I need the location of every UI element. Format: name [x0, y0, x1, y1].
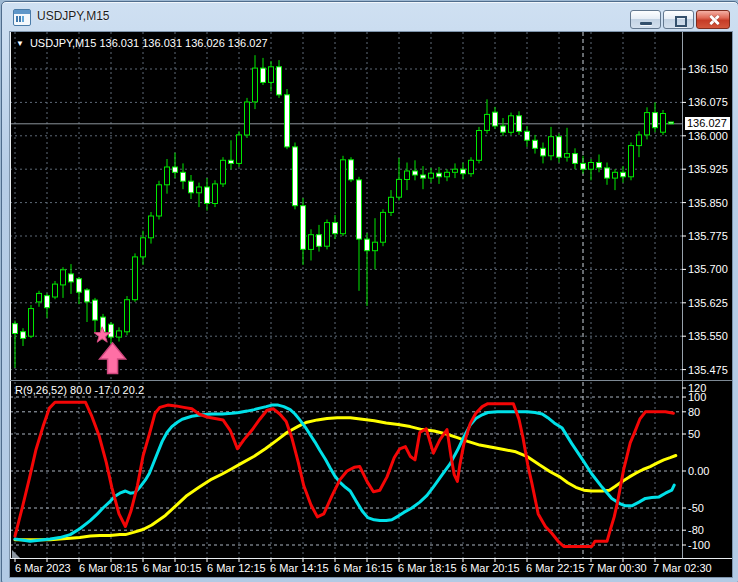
title-bar[interactable]: USDJPY,M15: [2, 2, 738, 31]
up-arrow-marker-icon: [100, 343, 126, 374]
price-axis-label: 135.850: [688, 197, 728, 209]
price-axis-label: 135.925: [688, 163, 728, 175]
time-axis-label: 6 Mar 20:15: [461, 562, 520, 574]
collapse-chevron-icon[interactable]: ▼: [16, 38, 24, 50]
oscillator-axis-label: -80: [688, 524, 704, 536]
oscillator-axis-label: -100: [688, 539, 710, 551]
price-axis-label: 136.150: [688, 63, 728, 75]
panel-resize-grip[interactable]: [12, 550, 21, 559]
price-axis-label: 135.775: [688, 230, 728, 242]
minimize-icon: [640, 22, 652, 25]
time-axis-label: 6 Mar 16:15: [334, 562, 393, 574]
oscillator-axis-label: 50: [688, 428, 700, 440]
chart-canvas[interactable]: [10, 32, 732, 577]
time-axis-label: 6 Mar 12:15: [207, 562, 266, 574]
time-axis-label: 6 Mar 14:15: [270, 562, 329, 574]
close-button[interactable]: [696, 10, 730, 29]
yellow-oscillator-line: [15, 418, 676, 540]
oscillator-axis-label: -50: [688, 502, 704, 514]
time-axis-label: 6 Mar 22:15: [526, 562, 585, 574]
chart-window: USDJPY,M15 ▼USDJPY,M15 136.031 136.031 1…: [1, 1, 738, 582]
price-axis-label: 135.550: [688, 330, 728, 342]
time-axis-label: 6 Mar 18:15: [398, 562, 457, 574]
current-price-box: 136.027: [685, 117, 730, 130]
red-oscillator-line: [15, 402, 673, 546]
price-axis-label: 135.625: [688, 297, 728, 309]
restore-button[interactable]: [663, 10, 694, 29]
time-axis-label: 7 Mar 02:30: [653, 562, 712, 574]
time-axis-label: 6 Mar 08:15: [79, 562, 138, 574]
minimize-button[interactable]: [630, 10, 661, 29]
star-marker-icon: [94, 327, 110, 342]
price-axis-label: 135.475: [688, 364, 728, 376]
chart-window-icon: [13, 9, 31, 26]
window-title: USDJPY,M15: [37, 9, 109, 23]
time-axis-label: 6 Mar 10:15: [143, 562, 202, 574]
price-axis-label: 136.000: [688, 130, 728, 142]
close-icon: [709, 15, 719, 25]
indicator-label: R(9,26,52) 80.0 -17.0 20.2: [15, 384, 144, 396]
oscillator-axis-label: 80: [688, 406, 700, 418]
ohlc-text: USDJPY,M15 136.031 136.031 136.026 136.0…: [30, 37, 268, 49]
oscillator-axis-label: 0.00: [688, 465, 709, 477]
time-axis-label: 7 Mar 00:30: [588, 562, 647, 574]
price-axis-label: 135.700: [688, 263, 728, 275]
price-axis-label: 136.075: [688, 96, 728, 108]
time-axis-label: 6 Mar 2023: [15, 562, 71, 574]
oscillator-axis-label: 100: [688, 391, 706, 403]
ohlc-header: ▼USDJPY,M15 136.031 136.031 136.026 136.…: [16, 37, 268, 50]
chart-client-area: ▼USDJPY,M15 136.031 136.031 136.026 136.…: [9, 31, 733, 578]
restore-icon: [675, 16, 687, 27]
